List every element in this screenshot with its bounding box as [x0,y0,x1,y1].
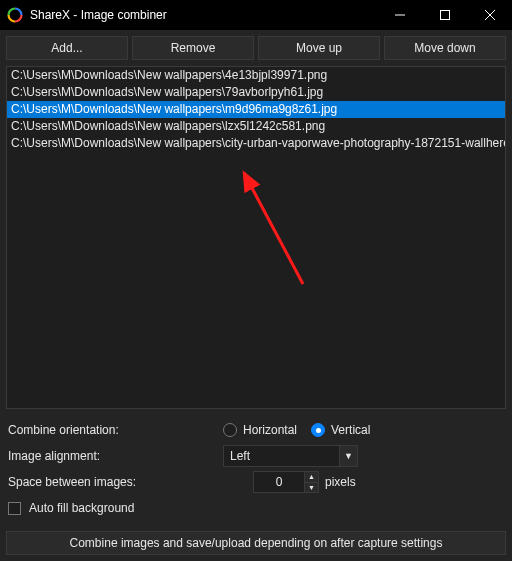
file-list[interactable]: C:\Users\M\Downloads\New wallpapers\4e13… [6,66,506,409]
radio-label: Vertical [331,423,370,437]
list-item[interactable]: C:\Users\M\Downloads\New wallpapers\4e13… [7,67,505,84]
move-down-button[interactable]: Move down [384,36,506,60]
chevron-down-icon: ▼ [308,484,315,491]
window-title: ShareX - Image combiner [30,8,377,22]
space-unit: pixels [325,475,356,489]
toolbar: Add... Remove Move up Move down [0,30,512,66]
app-icon [6,6,24,24]
orientation-row: Combine orientation: Horizontal Vertical [8,417,504,443]
radio-icon [311,423,325,437]
alignment-select[interactable]: Left ▼ [223,445,358,467]
autofill-label: Auto fill background [29,501,134,515]
alignment-row: Image alignment: Left ▼ [8,443,504,469]
orientation-label: Combine orientation: [8,423,223,437]
combine-button[interactable]: Combine images and save/upload depending… [6,531,506,555]
dropdown-button[interactable]: ▼ [340,445,358,467]
move-up-button[interactable]: Move up [258,36,380,60]
autofill-checkbox-row[interactable]: Auto fill background [8,501,504,515]
minimize-button[interactable] [377,0,422,30]
list-item[interactable]: C:\Users\M\Downloads\New wallpapers\city… [7,135,505,152]
minimize-icon [395,10,405,20]
space-spinner: ▲ ▼ pixels [253,471,356,493]
alignment-label: Image alignment: [8,449,223,463]
autofill-checkbox[interactable] [8,502,21,515]
radio-label: Horizontal [243,423,297,437]
titlebar: ShareX - Image combiner [0,0,512,30]
orientation-vertical-radio[interactable]: Vertical [311,423,370,437]
orientation-radio-group: Horizontal Vertical [223,423,370,437]
chevron-down-icon: ▼ [344,451,353,461]
space-row: Space between images: ▲ ▼ pixels [8,469,504,495]
close-button[interactable] [467,0,512,30]
remove-button[interactable]: Remove [132,36,254,60]
radio-icon [223,423,237,437]
window: ShareX - Image combiner Add... Remove Mo… [0,0,512,561]
maximize-button[interactable] [422,0,467,30]
orientation-horizontal-radio[interactable]: Horizontal [223,423,297,437]
chevron-up-icon: ▲ [308,473,315,480]
window-controls [377,0,512,30]
maximize-icon [440,10,450,20]
settings-panel: Combine orientation: Horizontal Vertical… [0,409,512,523]
close-icon [485,10,495,20]
svg-rect-5 [440,11,449,20]
space-label: Space between images: [8,475,223,489]
list-item[interactable]: C:\Users\M\Downloads\New wallpapers\lzx5… [7,118,505,135]
spin-down-button[interactable]: ▼ [305,482,319,494]
svg-line-8 [244,173,303,284]
list-item[interactable]: C:\Users\M\Downloads\New wallpapers\79av… [7,84,505,101]
spin-up-button[interactable]: ▲ [305,471,319,482]
alignment-value: Left [223,445,340,467]
space-input[interactable] [253,471,305,493]
list-item[interactable]: C:\Users\M\Downloads\New wallpapers\m9d9… [7,101,505,118]
add-button[interactable]: Add... [6,36,128,60]
